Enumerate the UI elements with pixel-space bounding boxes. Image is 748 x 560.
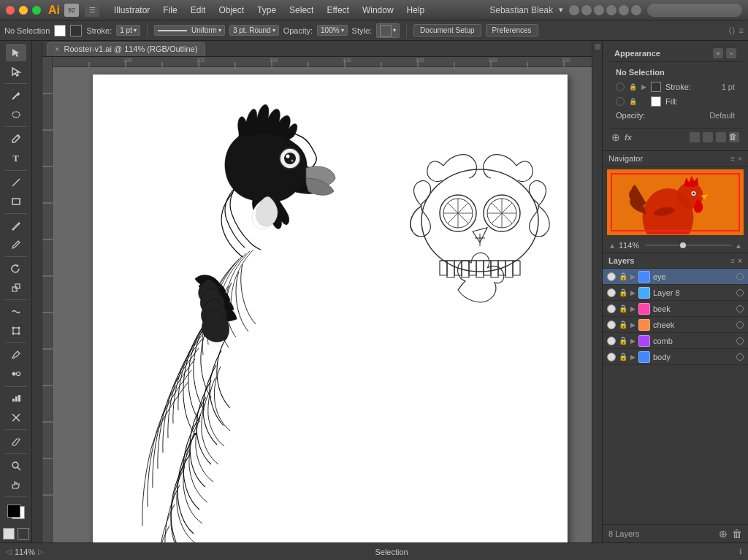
sb-zoom-right-icon[interactable]: ▷ [38,548,44,556]
tool-slice[interactable] [6,409,26,426]
ap-fx-button[interactable]: fx [625,133,632,142]
ap-icon-1[interactable] [690,132,700,142]
zoom-slider-handle[interactable] [680,242,686,248]
layer-target-cheek[interactable] [736,321,744,329]
layer-target-eye[interactable] [736,273,744,280]
ap-stroke-swatch[interactable] [651,82,661,92]
tool-pen[interactable] [6,130,26,147]
layer-row-layer8[interactable]: 🔒 ▶ Layer 8 [603,285,748,301]
layer-lock-body[interactable]: 🔒 [619,353,627,361]
fill-icon[interactable] [3,528,15,540]
tool-hand[interactable] [6,476,26,494]
layer-lock-comb[interactable]: 🔒 [619,337,627,345]
navigator-collapse[interactable]: × [738,155,742,163]
navigator-menu[interactable]: ≡ [730,155,735,163]
menu-help[interactable]: Help [401,4,431,17]
layer-vis-layer8[interactable] [607,288,616,297]
layer-row-body[interactable]: 🔒 ▶ body [603,349,748,365]
layer-arrow-comb[interactable]: ▶ [630,337,636,345]
ap-icon-2[interactable] [703,132,713,142]
tool-warp[interactable] [6,303,26,321]
close-button[interactable] [6,6,15,15]
zoom-out-icon[interactable]: ▲ [608,242,616,250]
tool-scale[interactable] [6,279,26,296]
ap-icon-3[interactable] [716,132,726,142]
layer-row-cheek[interactable]: 🔒 ▶ cheek [603,317,748,333]
tool-chart[interactable] [6,389,26,407]
tool-direct-selection[interactable] [6,63,26,80]
user-dropdown-icon[interactable]: ▾ [559,5,563,15]
fill-swatch[interactable] [54,25,66,37]
zoom-slider[interactable] [645,245,732,246]
minimize-button[interactable] [19,6,28,15]
layer-add-icon[interactable]: ⊕ [719,528,728,540]
tool-zoom[interactable] [6,457,26,475]
appearance-panel-collapse[interactable]: × [726,48,736,58]
arrange-icon[interactable]: ⟨⟩ [728,26,736,36]
stroke-type-dropdown[interactable]: Uniform▾ [154,25,225,36]
layer-vis-eye[interactable] [607,272,616,281]
tool-free-transform[interactable] [6,322,26,340]
layer-arrow-layer8[interactable]: ▶ [630,289,636,296]
tool-rotate[interactable] [6,260,26,277]
layer-target-comb[interactable] [736,337,744,345]
user-name[interactable]: Sebastian Bleak [489,5,553,15]
layer-target-layer8[interactable] [736,289,744,296]
menu-object[interactable]: Object [213,4,250,17]
toolbar-toggle[interactable]: ☰ [85,4,99,17]
ap-stroke-row[interactable]: 🔒 ▶ Stroke: 1 pt [613,80,738,94]
search-input[interactable] [647,4,742,17]
tool-lasso[interactable] [6,106,26,123]
document-tab[interactable]: × Rooster-v1.ai @ 114% (RGB/Outline) [47,42,205,55]
layer-name-comb[interactable]: comb [653,337,733,345]
tool-selection[interactable] [6,44,26,61]
ap-fill-row[interactable]: 🔒 ▶ Fill: [613,94,738,109]
menu-type[interactable]: Type [251,4,282,17]
layer-lock-eye[interactable]: 🔒 [619,272,627,280]
canvas-scroll-area[interactable] [53,67,592,542]
tool-pencil[interactable] [6,236,26,253]
layer-target-body[interactable] [736,353,744,361]
menu-window[interactable]: Window [356,4,400,17]
opacity-dropdown[interactable]: 100%▾ [317,25,348,36]
ap-trash-icon[interactable]: 🗑 [729,132,739,142]
layer-target-beek[interactable] [736,305,744,312]
maximize-button[interactable] [32,6,41,15]
tool-line[interactable] [6,174,26,191]
stroke-style-dropdown[interactable]: 3 pt. Round▾ [229,25,279,36]
layers-collapse-icon[interactable]: × [738,257,742,265]
layer-arrow-body[interactable]: ▶ [630,353,636,361]
tool-magic-wand[interactable] [6,87,26,104]
stroke-swatch[interactable] [70,25,82,37]
canvas-area[interactable]: × Rooster-v1.ai @ 114% (RGB/Outline) 100… [42,41,592,542]
tab-close-x[interactable]: × [55,45,59,53]
layer-name-beek[interactable]: beek [653,304,733,313]
layer-arrow-beek[interactable]: ▶ [630,305,636,312]
layer-name-cheek[interactable]: cheek [653,321,733,329]
layer-vis-beek[interactable] [607,304,616,313]
layer-lock-cheek[interactable]: 🔒 [619,321,627,329]
ap-stroke-arrow[interactable]: ▶ [641,83,646,91]
layer-vis-cheek[interactable] [607,321,616,329]
tool-paintbrush[interactable] [6,217,26,234]
layer-row-comb[interactable]: 🔒 ▶ comb [603,333,748,349]
menu-file[interactable]: File [157,4,183,17]
tool-blend[interactable] [6,365,26,383]
menu-edit[interactable]: Edit [185,4,212,17]
stroke-icon[interactable] [18,528,29,540]
layer-name-layer8[interactable]: Layer 8 [653,288,733,297]
foreground-swatch[interactable] [7,505,20,518]
ap-add-icon[interactable]: ⊕ [611,131,620,143]
layer-vis-comb[interactable] [607,337,616,345]
layer-arrow-cheek[interactable]: ▶ [630,321,636,329]
style-dropdown[interactable]: ▾ [376,23,400,38]
layer-delete-icon[interactable]: 🗑 [732,528,742,540]
options-icon[interactable]: ≡ [739,26,744,36]
menu-illustrator[interactable]: Illustrator [108,4,156,17]
sb-zoom-icon[interactable]: ◁ [6,548,12,556]
preferences-button[interactable]: Preferences [486,24,538,37]
menu-effect[interactable]: Effect [321,4,354,17]
navigator-thumbnail[interactable] [607,169,744,235]
layer-vis-body[interactable] [607,353,616,361]
document-setup-button[interactable]: Document Setup [413,24,481,37]
